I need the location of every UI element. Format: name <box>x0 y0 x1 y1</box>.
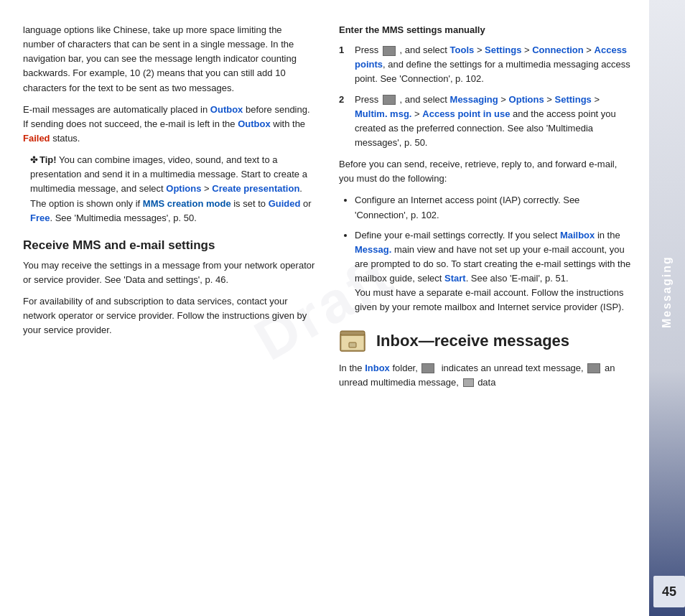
tip-label: Tip! <box>39 154 57 165</box>
steps-list: 1 Press , and select Tools > Settings > … <box>339 43 632 150</box>
options-link[interactable]: Options <box>166 183 201 194</box>
mms-mode: MMS creation mode <box>143 198 231 209</box>
access-in-use-link[interactable]: Access point in use <box>422 108 510 119</box>
sidebar-label: Messaging <box>661 9 674 576</box>
inbox-folder-link[interactable]: Inbox <box>365 363 390 373</box>
inbox-icon <box>339 328 368 354</box>
guided-link[interactable]: Guided <box>269 198 301 209</box>
inbox-heading: Inbox—receive messages <box>376 332 569 350</box>
receive-mms-heading: Receive MMS and e-mail settings <box>23 238 316 253</box>
step-2-content: Press , and select Messaging > Options >… <box>355 93 632 151</box>
para-receive: You may receive the settings in a messag… <box>23 258 316 287</box>
tip-box: ✤Tip! You can combine images, video, sou… <box>30 153 316 225</box>
outbox-link-1[interactable]: Outbox <box>210 104 243 115</box>
settings-link-2[interactable]: Settings <box>555 94 592 105</box>
step-1-content: Press , and select Tools > Settings > Co… <box>355 43 632 86</box>
connection-link[interactable]: Connection <box>532 45 584 55</box>
text-msg-icon <box>421 363 434 373</box>
inbox-heading-row: Inbox—receive messages <box>339 328 632 354</box>
left-column: language options like Chinese, take up m… <box>23 23 316 593</box>
svg-rect-2 <box>340 331 365 335</box>
messag-link[interactable]: Messag. <box>355 244 391 255</box>
start-link[interactable]: Start <box>444 273 466 284</box>
svg-rect-3 <box>349 342 356 347</box>
page-area: Draft language options like Chinese, tak… <box>0 0 649 616</box>
menu-icon-2 <box>383 95 396 105</box>
step-1-num: 1 <box>339 43 352 57</box>
step-2-num: 2 <box>339 93 352 107</box>
inbox-section: Inbox—receive messages In the Inbox fold… <box>339 328 632 390</box>
right-column: Enter the MMS settings manually 1 Press … <box>339 23 632 593</box>
free-link[interactable]: Free <box>30 213 50 223</box>
tip-end: . See 'Multimedia messages', p. 50. <box>50 213 196 223</box>
options-link-2[interactable]: Options <box>509 94 544 105</box>
multim-link[interactable]: Multim. msg. <box>355 108 411 119</box>
bullet-list: Configure an Internet access point (IAP)… <box>339 193 632 314</box>
multimedia-msg-icon <box>587 363 600 373</box>
bullet-2: Define your e-mail settings correctly. I… <box>355 228 632 315</box>
failed-status: Failed <box>23 133 50 144</box>
main-content: Draft language options like Chinese, tak… <box>0 0 685 616</box>
create-pres-link[interactable]: Create presentation <box>212 183 299 194</box>
sidebar-label-text: Messaging <box>661 256 674 329</box>
step-2: 2 Press , and select Messaging > Options… <box>339 93 632 151</box>
para-availability: For availability of and subscription to … <box>23 294 316 337</box>
or-text: or <box>300 198 311 209</box>
menu-icon-1 <box>383 46 396 56</box>
email-mid2: with the <box>271 118 305 129</box>
page-number: 45 <box>653 576 685 607</box>
settings-link-1[interactable]: Settings <box>485 45 521 55</box>
bullet-1: Configure an Internet access point (IAP)… <box>355 193 632 222</box>
para-email: E-mail messages are automatically placed… <box>23 103 316 146</box>
tools-link[interactable]: Tools <box>450 45 475 55</box>
tip-icon: ✤ <box>30 153 38 167</box>
before-para: Before you can send, receive, retrieve, … <box>339 157 632 186</box>
outbox-link-2[interactable]: Outbox <box>238 118 271 129</box>
sidebar-right: Messaging 45 <box>649 0 685 616</box>
email-end: status. <box>50 133 80 144</box>
email-prefix: E-mail messages are automatically placed… <box>23 104 210 115</box>
messaging-link[interactable]: Messaging <box>450 94 498 105</box>
para-language: language options like Chinese, take up m… <box>23 23 316 95</box>
inbox-para: In the Inbox folder, indicates an unread… <box>339 361 632 390</box>
bullet-2-text: Define your e-mail settings correctly. I… <box>355 230 630 313</box>
tip-mid2: is set to <box>231 198 269 209</box>
step-1: 1 Press , and select Tools > Settings > … <box>339 43 632 86</box>
data-msg-icon <box>463 378 474 387</box>
mms-settings-heading: Enter the MMS settings manually <box>339 23 632 37</box>
mailbox-link[interactable]: Mailbox <box>560 230 595 241</box>
bullet-1-text: Configure an Internet access point (IAP)… <box>355 195 579 220</box>
